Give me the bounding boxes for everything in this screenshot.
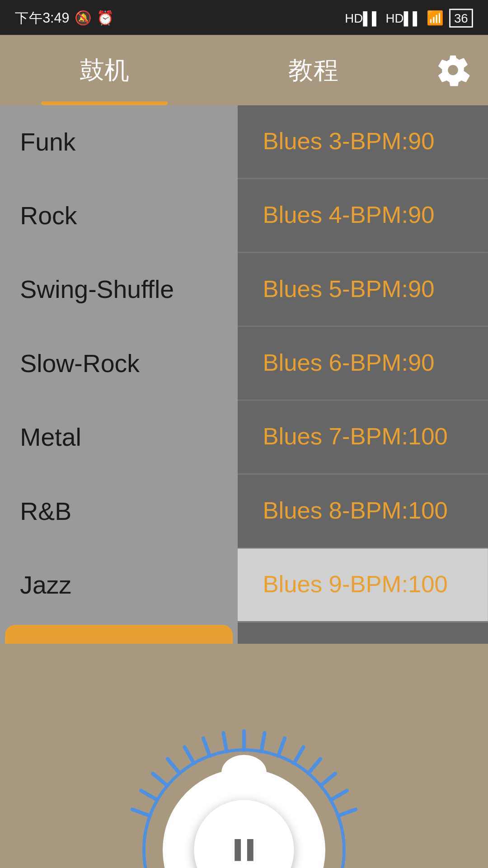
- status-bar: 下午3:49 🔕 ⏰ HD▌▌ HD▌▌ 📶 36: [0, 0, 488, 35]
- svg-line-16: [141, 791, 157, 800]
- svg-line-23: [261, 733, 264, 751]
- genre-item-rnb[interactable]: R&B: [0, 475, 238, 548]
- genre-item-metal[interactable]: Metal: [0, 401, 238, 474]
- svg-line-21: [223, 733, 226, 751]
- track-item-blues3[interactable]: Blues 3-BPM:90: [238, 105, 488, 179]
- status-right: HD▌▌ HD▌▌ 📶 36: [345, 8, 473, 27]
- track-item-blues9[interactable]: Blues 9-BPM:100: [238, 548, 488, 622]
- alarm-icon: ⏰: [97, 9, 114, 26]
- svg-line-24: [278, 738, 285, 756]
- svg-line-27: [321, 774, 335, 786]
- pause-icon: [225, 831, 263, 868]
- drum-area: [0, 643, 488, 868]
- track-item-blues4[interactable]: Blues 4-BPM:90: [238, 179, 488, 253]
- wifi-icon: 📶: [427, 9, 444, 26]
- track-item-blues5[interactable]: Blues 5-BPM:90: [238, 253, 488, 326]
- lists-section: FunkRockSwing-ShuffleSlow-RockMetalR&BJa…: [0, 105, 488, 644]
- battery-icon: 36: [449, 8, 473, 27]
- svg-line-20: [203, 738, 210, 756]
- genre-item-slow-rock[interactable]: Slow-Rock: [0, 327, 238, 401]
- svg-line-15: [132, 809, 150, 816]
- genre-list: FunkRockSwing-ShuffleSlow-RockMetalR&BJa…: [0, 105, 238, 644]
- track-item-blues10[interactable]: Blues 10-BPM:150: [238, 622, 488, 643]
- track-item-blues7[interactable]: Blues 7-BPM:100: [238, 401, 488, 474]
- signal2-icon: HD▌▌: [386, 11, 422, 24]
- signal1-icon: HD▌▌: [345, 11, 380, 24]
- track-item-blues6[interactable]: Blues 6-BPM:90: [238, 327, 488, 401]
- notify-icon: 🔕: [75, 9, 92, 26]
- svg-line-17: [153, 774, 167, 786]
- genre-item-funk[interactable]: Funk: [0, 105, 238, 179]
- tab-tutorial-label: 教程: [288, 53, 338, 87]
- header: 鼓机 教程: [0, 35, 488, 105]
- track-item-blues8[interactable]: Blues 8-BPM:100: [238, 475, 488, 548]
- svg-line-25: [294, 747, 304, 763]
- genre-item-country-blues[interactable]: Country & Blues: [5, 625, 233, 644]
- svg-line-29: [338, 809, 356, 816]
- status-left: 下午3:49 🔕 ⏰: [15, 8, 114, 27]
- genre-item-rock[interactable]: Rock: [0, 179, 238, 253]
- genre-item-jazz[interactable]: Jazz: [0, 548, 238, 622]
- svg-line-19: [184, 747, 194, 763]
- time-display: 下午3:49: [15, 8, 69, 27]
- tab-tutorial[interactable]: 教程: [209, 35, 418, 105]
- drum-knob-container: [81, 687, 407, 868]
- tab-drum-machine-label: 鼓机: [80, 53, 130, 87]
- gear-icon: [436, 52, 471, 88]
- svg-line-28: [331, 791, 347, 800]
- svg-line-26: [308, 759, 320, 774]
- tracks-list: Blues 3-BPM:90Blues 4-BPM:90Blues 5-BPM:…: [238, 105, 488, 644]
- content-area: FunkRockSwing-ShuffleSlow-RockMetalR&BJa…: [0, 105, 488, 868]
- settings-button[interactable]: [418, 35, 488, 105]
- svg-line-18: [168, 759, 180, 774]
- tab-drum-machine[interactable]: 鼓机: [0, 35, 209, 105]
- genre-item-swing-shuffle[interactable]: Swing-Shuffle: [0, 253, 238, 326]
